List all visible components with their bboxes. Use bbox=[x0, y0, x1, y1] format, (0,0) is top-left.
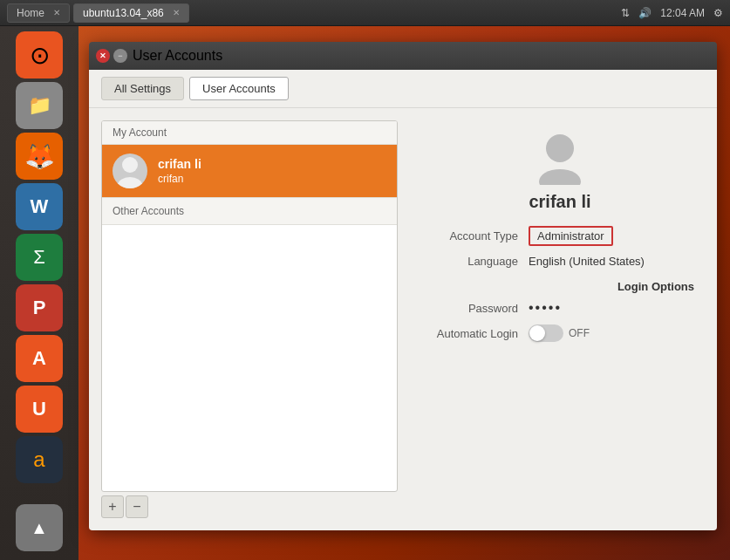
window-body: All Settings User Accounts My Account bbox=[89, 70, 717, 530]
sidebar-icon-ubuntu[interactable]: ⊙ bbox=[16, 31, 63, 79]
auto-login-row: Automatic Login OFF bbox=[415, 324, 705, 342]
auto-login-label: Automatic Login bbox=[415, 327, 529, 340]
details-avatar bbox=[532, 129, 588, 185]
sidebar-icon-impress[interactable]: P bbox=[16, 284, 63, 331]
svg-point-3 bbox=[539, 169, 581, 185]
main-window: ✕ − User Accounts All Settings User Acco… bbox=[89, 42, 717, 530]
ubuntu-tab-label: ubuntu13.04_x86 bbox=[83, 7, 164, 19]
remove-account-button[interactable]: − bbox=[126, 495, 148, 518]
drive-icon: ▲ bbox=[31, 518, 48, 538]
firefox-icon: 🦊 bbox=[24, 142, 55, 171]
sort-icon: ⇅ bbox=[621, 7, 630, 19]
account-avatar bbox=[113, 154, 147, 188]
ubuntu-logo-icon: ⊙ bbox=[30, 41, 50, 70]
other-accounts-header: Other Accounts bbox=[102, 197, 397, 225]
impress-icon: P bbox=[33, 297, 46, 319]
details-avatar-icon bbox=[532, 129, 588, 185]
account-type-label: Account Type bbox=[415, 229, 529, 242]
toggle-state-label: OFF bbox=[569, 327, 590, 339]
taskbar: Home ✕ ubuntu13.04_x86 ✕ ⇅ 🔊 12:04 AM ⚙ bbox=[0, 0, 730, 26]
ubuntu-tab-close[interactable]: ✕ bbox=[173, 8, 180, 17]
language-label: Language bbox=[415, 255, 529, 268]
password-row: Password ••••• bbox=[415, 300, 705, 316]
sidebar-icon-amazon[interactable]: a bbox=[16, 436, 63, 483]
settings-icon[interactable]: ⚙ bbox=[713, 7, 723, 19]
taskbar-right: ⇅ 🔊 12:04 AM ⚙ bbox=[621, 7, 723, 19]
details-user-name: crifan li bbox=[529, 192, 590, 212]
volume-icon: 🔊 bbox=[638, 7, 652, 19]
sidebar-icon-writer[interactable]: W bbox=[16, 183, 63, 230]
svg-point-2 bbox=[546, 134, 574, 162]
login-options-header: Login Options bbox=[415, 280, 705, 293]
accounts-list-footer: + − bbox=[101, 495, 398, 518]
account-type-value[interactable]: Administrator bbox=[529, 226, 613, 246]
password-label: Password bbox=[415, 302, 529, 315]
svg-point-1 bbox=[118, 177, 142, 188]
account-info: crifan li crifan bbox=[158, 157, 201, 185]
add-account-button[interactable]: + bbox=[101, 495, 124, 518]
avatar-icon bbox=[113, 154, 147, 188]
account-name: crifan li bbox=[158, 157, 201, 171]
breadcrumb-user-accounts[interactable]: User Accounts bbox=[189, 77, 289, 100]
window-titlebar: ✕ − User Accounts bbox=[89, 42, 717, 70]
sidebar: ⊙ 📁 🦊 W Σ P A U a ▲ bbox=[0, 26, 78, 560]
toggle-thumb bbox=[529, 325, 545, 341]
apps-icon: A bbox=[32, 347, 46, 370]
my-account-header: My Account bbox=[102, 121, 397, 145]
accounts-panel: My Account crifan li bbox=[101, 120, 398, 518]
window-minimize-button[interactable]: − bbox=[113, 49, 127, 63]
writer-icon: W bbox=[31, 195, 49, 218]
sidebar-icon-u-app[interactable]: U bbox=[16, 386, 63, 433]
password-value[interactable]: ••••• bbox=[529, 300, 562, 316]
sidebar-icon-drive[interactable]: ▲ bbox=[16, 504, 63, 551]
home-tab-close[interactable]: ✕ bbox=[53, 8, 60, 17]
breadcrumb-all-settings[interactable]: All Settings bbox=[101, 77, 184, 100]
svg-point-0 bbox=[122, 157, 138, 173]
breadcrumb-bar: All Settings User Accounts bbox=[89, 70, 717, 108]
calc-icon: Σ bbox=[33, 246, 45, 269]
toggle-track bbox=[529, 324, 563, 342]
main-content: My Account crifan li bbox=[89, 108, 717, 530]
language-row: Language English (United States) bbox=[415, 255, 705, 268]
account-username: crifan bbox=[158, 173, 201, 185]
clock: 12:04 AM bbox=[660, 7, 705, 19]
files-icon: 📁 bbox=[28, 94, 51, 117]
account-item-crifan[interactable]: crifan li crifan bbox=[102, 145, 397, 197]
sidebar-icon-firefox[interactable]: 🦊 bbox=[16, 133, 63, 180]
sidebar-icon-files[interactable]: 📁 bbox=[16, 82, 63, 129]
details-panel: crifan li Account Type Administrator Lan… bbox=[415, 120, 705, 518]
tab-ubuntu[interactable]: ubuntu13.04_x86 ✕ bbox=[73, 3, 189, 23]
window-title: User Accounts bbox=[133, 48, 222, 64]
taskbar-tabs: Home ✕ ubuntu13.04_x86 ✕ bbox=[7, 3, 189, 23]
auto-login-toggle[interactable]: OFF bbox=[529, 324, 590, 342]
sidebar-icon-calc[interactable]: Σ bbox=[16, 234, 63, 281]
amazon-icon: a bbox=[33, 447, 44, 472]
accounts-list: My Account crifan li bbox=[101, 120, 398, 492]
window-area: ✕ − User Accounts All Settings User Acco… bbox=[78, 26, 730, 560]
home-tab-label: Home bbox=[17, 7, 44, 19]
window-close-button[interactable]: ✕ bbox=[96, 49, 110, 63]
window-controls: ✕ − bbox=[96, 49, 127, 63]
account-type-row: Account Type Administrator bbox=[415, 226, 705, 246]
language-value: English (United States) bbox=[529, 255, 645, 268]
tab-home[interactable]: Home ✕ bbox=[7, 3, 70, 23]
u-app-icon: U bbox=[32, 398, 46, 420]
sidebar-icon-apps[interactable]: A bbox=[16, 335, 63, 382]
